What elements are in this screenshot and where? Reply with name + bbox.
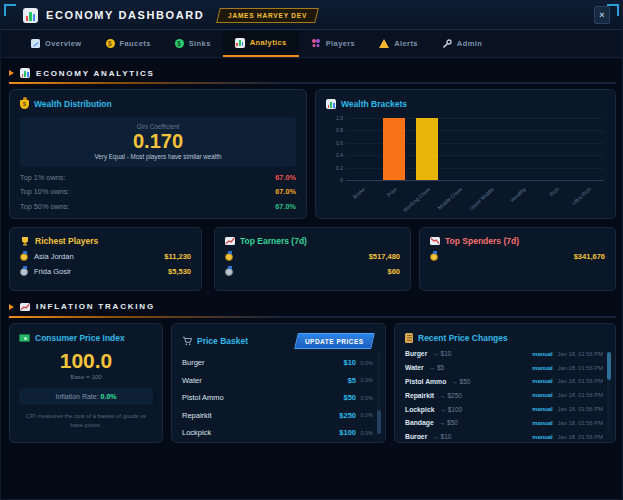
recent-changes-list: Burger → $10 manual Jan 18, 01:56 PM Wat… <box>405 347 603 439</box>
section-bullet-icon <box>9 304 14 310</box>
y-axis-tick: 0.2 <box>323 165 343 171</box>
tab-sinks[interactable]: $ Sinks <box>163 30 223 57</box>
gold-medal-icon <box>20 253 28 261</box>
price-change-row: Water → $5 manual Jan 18, 01:56 PM <box>405 361 603 375</box>
gini-value: 0.170 <box>24 130 292 153</box>
bar-poor <box>383 118 405 180</box>
top-earners-panel: Top Earners (7d) $517,480 $60 <box>214 227 411 291</box>
panel-title: Wealth Distribution <box>34 99 112 109</box>
panel-title: Consumer Price Index <box>35 333 125 343</box>
section-divider <box>9 82 616 84</box>
scroll-log-icon <box>405 333 413 343</box>
recent-price-changes-panel: Recent Price Changes Burger → $10 manual… <box>394 323 616 443</box>
tab-analytics[interactable]: Analytics <box>223 30 299 57</box>
wealth-stat-row: Top 10% owns: 67.0% <box>20 187 296 196</box>
wealth-brackets-plot: 1.00.80.60.40.20BrokePoorWorking ClassMi… <box>316 90 615 218</box>
gold-medal-icon <box>430 253 438 261</box>
nav-tab-bar: Overview $ Faucets $ Sinks Analytics Pla… <box>1 30 623 58</box>
gold-medal-icon <box>225 253 233 261</box>
chart-increasing-icon <box>225 237 235 245</box>
price-change-row: Pistol Ammo → $50 manual Jan 18, 01:56 P… <box>405 375 603 389</box>
price-change-row: Repairkit → $250 manual Jan 18, 01:56 PM <box>405 388 603 402</box>
players-icon <box>311 39 321 48</box>
gini-description: Very Equal - Most players have similar w… <box>24 153 292 160</box>
money-bag-icon: $ <box>20 100 29 109</box>
price-change-row: Burger → $10 manual Jan 18, 01:56 PM <box>405 347 603 361</box>
sink-money-icon: $ <box>175 39 184 48</box>
panel-title: Top Spenders (7d) <box>445 236 519 246</box>
basket-item-row: Repairkit $250 0.0% <box>182 407 373 425</box>
title-bar: ECONOMY DASHBOARD JAMES HARVEY DEV × <box>1 1 623 30</box>
tab-alerts[interactable]: Alerts <box>367 30 430 57</box>
section-title: INFLATION TRACKING <box>36 302 155 311</box>
tab-faucets[interactable]: $ Faucets <box>94 30 163 57</box>
bar-chart-icon <box>20 68 30 78</box>
basket-item-row: Burger $10 0.0% <box>182 354 373 372</box>
gini-label: Gini Coefficient <box>24 123 292 130</box>
cpi-caption: CPI measures the cost of a basket of goo… <box>19 412 153 429</box>
section-title: ECONOMY ANALYTICS <box>36 69 155 78</box>
app-title: ECONOMY DASHBOARD <box>46 9 204 21</box>
panel-title: Price Basket <box>197 336 248 346</box>
wrench-icon <box>442 39 452 49</box>
chart-decreasing-icon <box>430 237 440 245</box>
wealth-distribution-panel: $ Wealth Distribution Gini Coefficient 0… <box>9 89 307 219</box>
tab-players[interactable]: Players <box>299 30 368 57</box>
warning-icon <box>379 39 389 48</box>
wealth-stat-row: Top 1% owns: 67.0% <box>20 173 296 182</box>
y-axis-tick: 0.4 <box>323 152 343 158</box>
app-logo-chart-icon <box>23 8 38 23</box>
y-axis-tick: 0.8 <box>323 127 343 133</box>
basket-item-row: Water $5 0.0% <box>182 372 373 390</box>
y-axis-tick: 0 <box>323 177 343 183</box>
panel-title: Recent Price Changes <box>418 333 508 343</box>
frame-corner-top-left <box>4 4 16 16</box>
scrollbar-thumb[interactable] <box>607 352 611 380</box>
section-economy-analytics: ECONOMY ANALYTICS <box>9 68 155 78</box>
price-basket-panel: Price Basket UPDATE PRICES Burger $10 0.… <box>171 323 386 443</box>
panel-title: Richest Players <box>35 236 98 246</box>
silver-medal-icon <box>20 268 28 276</box>
basket-item-row: Lockpick $100 0.0% <box>182 424 373 442</box>
chart-increasing-icon <box>20 303 30 311</box>
y-axis-tick: 0.6 <box>323 140 343 146</box>
update-prices-button[interactable]: UPDATE PRICES <box>294 333 374 349</box>
price-basket-list: Burger $10 0.0% Water $5 0.0% Pistol Amm… <box>182 354 373 442</box>
cpi-panel: Consumer Price Index 100.0 Base = 100 In… <box>9 323 163 443</box>
faucet-coin-icon: $ <box>106 39 115 48</box>
y-axis-tick: 1.0 <box>323 115 343 121</box>
leaderboard-row: $60 <box>225 267 400 276</box>
scrollbar-thumb[interactable] <box>377 410 381 434</box>
close-icon: × <box>599 10 604 20</box>
x-axis-line <box>346 180 604 181</box>
wealth-stat-row: Top 50% owns: 67.0% <box>20 202 296 211</box>
basket-item-row: Pistol Ammo $50 0.0% <box>182 389 373 407</box>
tab-overview[interactable]: Overview <box>19 30 94 57</box>
leaderboard-row: $341,676 <box>430 252 605 261</box>
panel-title: Top Earners (7d) <box>240 236 307 246</box>
section-divider <box>9 316 616 318</box>
top-spenders-panel: Top Spenders (7d) $341,676 <box>419 227 616 291</box>
bar-working-class <box>416 118 438 180</box>
clipboard-icon <box>31 39 40 48</box>
leaderboard-row: $517,480 <box>225 252 400 261</box>
economy-dashboard-window: ECONOMY DASHBOARD JAMES HARVEY DEV × Ove… <box>0 0 623 500</box>
wealth-brackets-panel: Wealth Brackets 1.00.80.60.40.20BrokePoo… <box>315 89 616 219</box>
section-inflation-tracking: INFLATION TRACKING <box>9 302 155 311</box>
tab-admin[interactable]: Admin <box>430 30 494 57</box>
cpi-base: Base = 100 <box>19 373 153 380</box>
inflation-rate-box: Inflation Rate: 0.0% <box>19 388 153 405</box>
price-change-row: Lockpick → $100 manual Jan 18, 01:56 PM <box>405 402 603 416</box>
dollar-bill-icon <box>19 334 30 342</box>
section-bullet-icon <box>9 70 14 76</box>
silver-medal-icon <box>225 268 233 276</box>
richest-players-panel: Richest Players Asia Jordan $11,230 Frid… <box>9 227 202 291</box>
leaderboard-row: Frida Gosir $5,530 <box>20 267 191 276</box>
trophy-icon <box>20 236 30 246</box>
price-change-row: Burger → $10 manual Jan 18, 01:56 PM <box>405 430 603 439</box>
shopping-cart-icon <box>182 336 192 346</box>
cpi-value: 100.0 <box>19 349 153 372</box>
gini-box: Gini Coefficient 0.170 Very Equal - Most… <box>20 117 296 167</box>
price-change-row: Bandage → $50 manual Jan 18, 01:56 PM <box>405 416 603 430</box>
frame-corner-top-right <box>607 4 619 16</box>
